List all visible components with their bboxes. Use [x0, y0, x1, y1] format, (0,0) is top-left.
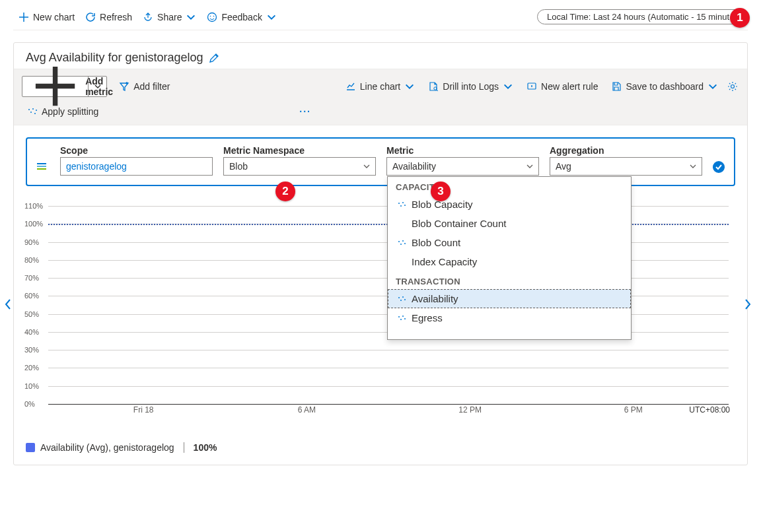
chevron-down-icon [94, 83, 102, 90]
xtick-label: 6 PM [624, 405, 643, 415]
dd-label: Availability [412, 293, 458, 304]
edit-icon[interactable] [209, 53, 219, 63]
metric-dots-icon [397, 294, 406, 304]
scope-label: Scope [60, 145, 213, 156]
aggregation-field: Aggregation Avg [550, 145, 702, 176]
add-metric-split[interactable] [88, 77, 106, 96]
svg-point-5 [731, 85, 735, 88]
logs-icon [428, 81, 439, 92]
svg-point-21 [404, 243, 406, 244]
svg-point-24 [402, 296, 404, 298]
check-icon [715, 163, 723, 171]
svg-point-1 [210, 15, 211, 17]
share-button[interactable]: Share [137, 9, 201, 25]
aggregation-value: Avg [556, 161, 571, 172]
drill-logs-button[interactable]: Drill into Logs [423, 79, 519, 94]
alert-icon [526, 81, 537, 92]
dropdown-item-blob-count[interactable]: Blob Count [388, 233, 631, 252]
filter-icon [119, 81, 129, 92]
scope-input[interactable]: genistoragelog [60, 157, 213, 176]
metrics-card: Avg Availability for genistoragelog Add … [13, 42, 748, 465]
callout-3: 3 [431, 182, 451, 201]
dropdown-item-index-capacity[interactable]: Index Capacity [388, 252, 631, 271]
card-title: Avg Availability for genistoragelog [14, 43, 747, 69]
namespace-value: Blob [229, 161, 248, 172]
aggregation-label: Aggregation [550, 145, 702, 156]
apply-splitting-button[interactable]: Apply splitting [22, 104, 104, 119]
ytick-label: 0% [24, 400, 35, 408]
add-filter-button[interactable]: Add filter [114, 79, 175, 94]
dd-label: Egress [412, 312, 443, 323]
scope-value: genistoragelog [66, 161, 127, 172]
svg-point-8 [32, 108, 34, 110]
dropdown-scroll[interactable]: CAPACITY Blob Capacity Blob Container Co… [388, 177, 631, 339]
gridline [48, 350, 729, 350]
metric-value: Availability [392, 161, 436, 172]
dropdown-item-egress[interactable]: Egress [388, 308, 631, 327]
svg-point-9 [34, 113, 36, 114]
chevron-down-icon [266, 12, 277, 22]
namespace-label: Metric Namespace [223, 145, 376, 156]
top-toolbar: New chart Refresh Share Feedback Local T… [13, 7, 748, 30]
metric-selector-panel: Scope genistoragelog Metric Namespace Bl… [26, 137, 735, 186]
more-options-button[interactable]: ··· [294, 106, 316, 117]
svg-point-19 [400, 244, 402, 245]
chart-type-label: Line chart [360, 81, 400, 92]
namespace-input[interactable]: Blob [223, 157, 376, 176]
ytick-label: 50% [24, 310, 39, 318]
time-range-picker[interactable]: Local Time: Last 24 hours (Automatic - 1… [537, 9, 748, 24]
aggregation-input[interactable]: Avg [550, 157, 702, 176]
metric-dropdown: CAPACITY Blob Capacity Blob Container Co… [387, 176, 632, 340]
chevron-down-icon [503, 81, 513, 92]
feedback-button[interactable]: Feedback [201, 9, 281, 25]
share-label: Share [157, 12, 182, 22]
apply-splitting-label: Apply splitting [42, 106, 98, 117]
chevron-down-icon [525, 162, 534, 171]
ytick-label: 110% [24, 202, 43, 210]
plus-icon [18, 12, 29, 22]
svg-rect-12 [37, 166, 46, 167]
svg-point-17 [404, 205, 406, 206]
svg-point-28 [402, 316, 404, 317]
svg-point-2 [213, 15, 215, 17]
save-dashboard-button[interactable]: Save to dashboard [606, 79, 723, 94]
metric-field: Metric Availability CAPACITY Blob Capaci… [386, 145, 539, 176]
dropdown-item-container-count[interactable]: Blob Container Count [388, 214, 631, 233]
add-metric-button[interactable]: Add metric [22, 76, 107, 97]
metric-input[interactable]: Availability CAPACITY Blob Capacity Blob… [386, 157, 539, 176]
line-chart-icon [345, 81, 356, 92]
namespace-field: Metric Namespace Blob [223, 145, 376, 176]
chart-xaxis: UTC+08:00 Fri 186 AM12 PM6 PM [48, 404, 729, 416]
ytick-label: 60% [24, 292, 39, 300]
svg-point-23 [400, 300, 402, 301]
new-alert-label: New alert rule [541, 81, 598, 92]
chevron-down-icon [186, 12, 196, 22]
confirm-check[interactable] [713, 161, 725, 173]
settings-button[interactable] [726, 79, 739, 94]
new-chart-button[interactable]: New chart [13, 9, 80, 25]
gridline [48, 368, 729, 368]
svg-point-7 [30, 112, 32, 113]
dropdown-item-blob-capacity[interactable]: Blob Capacity [388, 195, 631, 214]
chart-next-button[interactable] [743, 298, 752, 310]
dd-label: Index Capacity [412, 256, 477, 267]
drill-logs-label: Drill into Logs [443, 81, 499, 92]
svg-point-10 [36, 110, 37, 111]
chevron-down-icon [688, 162, 698, 171]
metric-dots-icon [397, 238, 406, 248]
ytick-label: 80% [24, 256, 39, 264]
chart-type-button[interactable]: Line chart [340, 79, 420, 94]
new-alert-button[interactable]: New alert rule [521, 79, 603, 94]
legend-swatch [26, 443, 35, 452]
splitting-icon [27, 106, 38, 117]
chart-prev-button[interactable] [3, 298, 13, 310]
gear-icon [727, 81, 738, 92]
svg-point-20 [402, 240, 404, 242]
share-icon [143, 12, 153, 22]
metric-dots-icon [397, 314, 406, 323]
legend-separator [184, 442, 184, 453]
legend-value: 100% [194, 442, 217, 453]
dropdown-item-availability[interactable]: Availability [388, 289, 631, 308]
refresh-button[interactable]: Refresh [80, 9, 137, 25]
ytick-label: 90% [24, 238, 39, 246]
